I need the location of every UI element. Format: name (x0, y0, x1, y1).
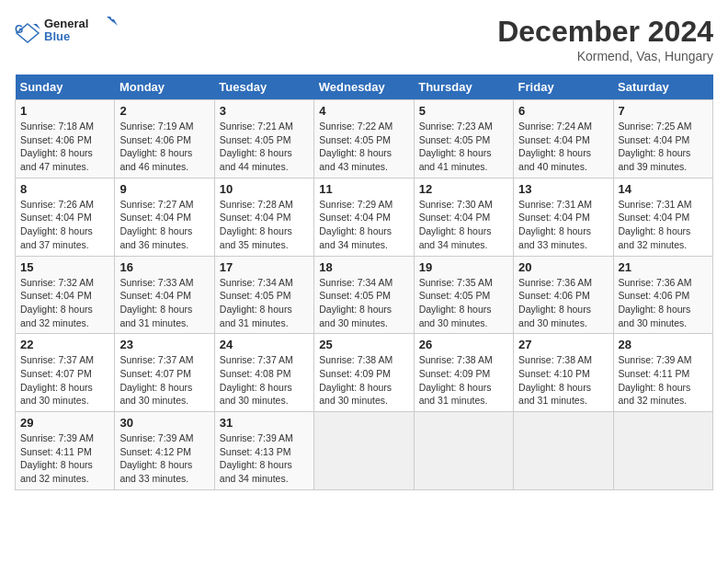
calendar-day-26: 26Sunrise: 7:38 AMSunset: 4:09 PMDayligh… (414, 334, 513, 412)
day-number: 24 (220, 338, 309, 351)
day-info: Sunrise: 7:26 AMSunset: 4:04 PMDaylight:… (20, 198, 109, 252)
calendar-day-16: 16Sunrise: 7:33 AMSunset: 4:04 PMDayligh… (115, 256, 214, 334)
day-info: Sunrise: 7:37 AMSunset: 4:07 PMDaylight:… (20, 353, 109, 408)
calendar-day-24: 24Sunrise: 7:37 AMSunset: 4:08 PMDayligh… (214, 334, 313, 412)
day-info: Sunrise: 7:22 AMSunset: 4:05 PMDaylight:… (319, 120, 408, 174)
calendar-day-9: 9Sunrise: 7:27 AMSunset: 4:04 PMDaylight… (115, 178, 214, 256)
svg-text:Blue: Blue (44, 29, 70, 43)
calendar-day-28: 28Sunrise: 7:39 AMSunset: 4:11 PMDayligh… (613, 334, 712, 412)
calendar-day-7: 7Sunrise: 7:25 AMSunset: 4:04 PMDaylight… (613, 100, 712, 178)
calendar-body: 1Sunrise: 7:18 AMSunset: 4:06 PMDaylight… (16, 100, 713, 490)
day-number: 16 (119, 260, 209, 274)
day-header-friday: Friday (514, 75, 613, 100)
logo: G General Blue (15, 15, 118, 52)
calendar-day-25: 25Sunrise: 7:38 AMSunset: 4:09 PMDayligh… (314, 334, 414, 412)
day-number: 13 (518, 182, 608, 196)
title-block: December 2024 Kormend, Vas, Hungary (497, 15, 713, 63)
day-info: Sunrise: 7:37 AMSunset: 4:07 PMDaylight:… (119, 353, 209, 408)
calendar-day-19: 19Sunrise: 7:35 AMSunset: 4:05 PMDayligh… (414, 256, 513, 334)
day-number: 30 (119, 416, 209, 430)
empty-cell (613, 412, 712, 490)
day-info: Sunrise: 7:29 AMSunset: 4:04 PMDaylight:… (319, 198, 408, 252)
day-info: Sunrise: 7:39 AMSunset: 4:13 PMDaylight:… (220, 431, 309, 486)
day-info: Sunrise: 7:19 AMSunset: 4:06 PMDaylight:… (119, 120, 209, 174)
calendar-day-31: 31Sunrise: 7:39 AMSunset: 4:13 PMDayligh… (214, 412, 313, 490)
month-title: December 2024 (497, 15, 713, 49)
day-info: Sunrise: 7:34 AMSunset: 4:05 PMDaylight:… (319, 276, 408, 330)
day-info: Sunrise: 7:30 AMSunset: 4:04 PMDaylight:… (419, 198, 508, 252)
day-number: 14 (619, 182, 708, 196)
calendar-day-21: 21Sunrise: 7:36 AMSunset: 4:06 PMDayligh… (613, 256, 712, 334)
calendar-day-3: 3Sunrise: 7:21 AMSunset: 4:05 PMDaylight… (214, 100, 313, 178)
day-info: Sunrise: 7:36 AMSunset: 4:06 PMDaylight:… (619, 276, 708, 330)
logo-svg: General Blue (44, 15, 118, 48)
day-info: Sunrise: 7:39 AMSunset: 4:11 PMDaylight:… (619, 353, 708, 408)
day-number: 7 (619, 104, 708, 118)
day-number: 9 (119, 182, 209, 196)
day-info: Sunrise: 7:21 AMSunset: 4:05 PMDaylight:… (220, 120, 309, 174)
calendar-day-13: 13Sunrise: 7:31 AMSunset: 4:04 PMDayligh… (514, 178, 613, 256)
calendar-week-5: 29Sunrise: 7:39 AMSunset: 4:11 PMDayligh… (16, 412, 713, 490)
calendar-day-14: 14Sunrise: 7:31 AMSunset: 4:04 PMDayligh… (613, 178, 712, 256)
day-info: Sunrise: 7:34 AMSunset: 4:05 PMDaylight:… (220, 276, 309, 330)
day-number: 23 (119, 338, 209, 351)
calendar-day-17: 17Sunrise: 7:34 AMSunset: 4:05 PMDayligh… (214, 256, 313, 334)
day-info: Sunrise: 7:39 AMSunset: 4:11 PMDaylight:… (20, 431, 109, 486)
calendar-week-2: 8Sunrise: 7:26 AMSunset: 4:04 PMDaylight… (16, 178, 713, 256)
day-info: Sunrise: 7:36 AMSunset: 4:06 PMDaylight:… (518, 276, 608, 330)
empty-cell (514, 412, 613, 490)
calendar-day-29: 29Sunrise: 7:39 AMSunset: 4:11 PMDayligh… (16, 412, 115, 490)
day-number: 22 (20, 338, 109, 351)
day-number: 11 (319, 182, 408, 196)
day-number: 19 (419, 260, 508, 274)
logo-icon: G (15, 20, 40, 46)
day-number: 17 (220, 260, 309, 274)
calendar-day-1: 1Sunrise: 7:18 AMSunset: 4:06 PMDaylight… (16, 100, 115, 178)
day-number: 20 (518, 260, 608, 274)
calendar-day-6: 6Sunrise: 7:24 AMSunset: 4:04 PMDaylight… (514, 100, 613, 178)
day-info: Sunrise: 7:23 AMSunset: 4:05 PMDaylight:… (419, 120, 508, 174)
day-info: Sunrise: 7:35 AMSunset: 4:05 PMDaylight:… (419, 276, 508, 330)
day-number: 25 (319, 338, 408, 351)
location: Kormend, Vas, Hungary (497, 49, 713, 63)
calendar-table: SundayMondayTuesdayWednesdayThursdayFrid… (15, 75, 713, 490)
day-number: 29 (20, 416, 109, 430)
calendar-day-23: 23Sunrise: 7:37 AMSunset: 4:07 PMDayligh… (115, 334, 214, 412)
day-info: Sunrise: 7:33 AMSunset: 4:04 PMDaylight:… (119, 276, 209, 330)
day-number: 1 (20, 104, 109, 118)
header: G General Blue December 2024 Kormend, Va… (15, 15, 713, 63)
empty-cell (314, 412, 414, 490)
day-number: 26 (419, 338, 508, 351)
day-number: 18 (319, 260, 408, 274)
day-info: Sunrise: 7:27 AMSunset: 4:04 PMDaylight:… (119, 198, 209, 252)
day-header-wednesday: Wednesday (314, 75, 414, 100)
day-info: Sunrise: 7:28 AMSunset: 4:04 PMDaylight:… (220, 198, 309, 252)
day-header-monday: Monday (115, 75, 214, 100)
calendar-day-8: 8Sunrise: 7:26 AMSunset: 4:04 PMDaylight… (16, 178, 115, 256)
day-info: Sunrise: 7:38 AMSunset: 4:10 PMDaylight:… (518, 353, 608, 408)
calendar-day-10: 10Sunrise: 7:28 AMSunset: 4:04 PMDayligh… (214, 178, 313, 256)
day-header-saturday: Saturday (613, 75, 712, 100)
calendar-week-1: 1Sunrise: 7:18 AMSunset: 4:06 PMDaylight… (16, 100, 713, 178)
calendar-day-20: 20Sunrise: 7:36 AMSunset: 4:06 PMDayligh… (514, 256, 613, 334)
day-info: Sunrise: 7:31 AMSunset: 4:04 PMDaylight:… (619, 198, 708, 252)
day-number: 27 (518, 338, 608, 351)
day-info: Sunrise: 7:38 AMSunset: 4:09 PMDaylight:… (319, 353, 408, 408)
day-number: 15 (20, 260, 109, 274)
day-header-sunday: Sunday (16, 75, 115, 100)
calendar-day-30: 30Sunrise: 7:39 AMSunset: 4:12 PMDayligh… (115, 412, 214, 490)
day-number: 4 (319, 104, 408, 118)
day-info: Sunrise: 7:39 AMSunset: 4:12 PMDaylight:… (119, 431, 209, 486)
day-info: Sunrise: 7:38 AMSunset: 4:09 PMDaylight:… (419, 353, 508, 408)
calendar-day-27: 27Sunrise: 7:38 AMSunset: 4:10 PMDayligh… (514, 334, 613, 412)
day-header-tuesday: Tuesday (214, 75, 313, 100)
calendar-day-18: 18Sunrise: 7:34 AMSunset: 4:05 PMDayligh… (314, 256, 414, 334)
calendar-day-22: 22Sunrise: 7:37 AMSunset: 4:07 PMDayligh… (16, 334, 115, 412)
calendar-day-15: 15Sunrise: 7:32 AMSunset: 4:04 PMDayligh… (16, 256, 115, 334)
day-header-thursday: Thursday (414, 75, 513, 100)
day-number: 8 (20, 182, 109, 196)
empty-cell (414, 412, 513, 490)
day-number: 12 (419, 182, 508, 196)
calendar-day-2: 2Sunrise: 7:19 AMSunset: 4:06 PMDaylight… (115, 100, 214, 178)
day-number: 21 (619, 260, 708, 274)
